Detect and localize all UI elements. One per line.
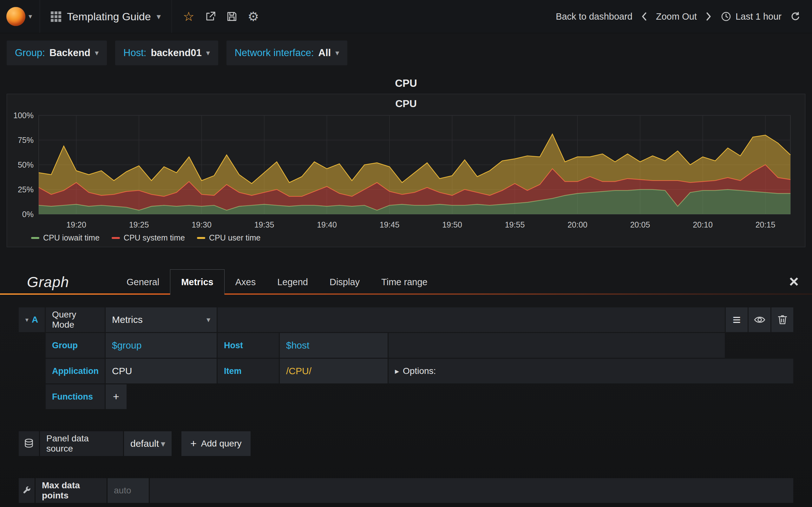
legend-label: CPU system time xyxy=(124,233,185,242)
refresh-icon xyxy=(790,11,801,22)
navbar-right: Back to dashboard Zoom Out Last 1 hour xyxy=(556,0,812,33)
chevron-down-icon xyxy=(26,316,29,324)
variable-label: Group: xyxy=(15,47,45,59)
svg-text:50%: 50% xyxy=(18,160,34,169)
add-query-button[interactable]: Add query xyxy=(182,431,251,456)
item-label: Item xyxy=(217,359,279,383)
host-label: Host xyxy=(217,333,279,358)
svg-text:19:50: 19:50 xyxy=(442,220,462,229)
template-variables-row: Group:BackendHost:backend01Network inter… xyxy=(0,33,812,72)
graph-title: CPU xyxy=(7,98,805,110)
time-picker-button[interactable]: Last 1 hour xyxy=(720,11,781,22)
options-toggle[interactable]: Options: xyxy=(389,359,793,383)
svg-text:0%: 0% xyxy=(22,210,34,219)
close-editor-button[interactable] xyxy=(789,269,799,293)
host-input[interactable]: $host xyxy=(280,333,388,358)
tab-axes[interactable]: Axes xyxy=(224,269,266,295)
datasource-value: default xyxy=(131,438,159,449)
star-button[interactable] xyxy=(180,8,197,25)
query-mode-value: Metrics xyxy=(112,314,143,325)
options-label: Options: xyxy=(403,366,436,376)
database-icon xyxy=(23,438,35,449)
eye-icon xyxy=(753,314,766,326)
chevron-down-icon xyxy=(206,315,210,324)
menu-icon xyxy=(733,313,741,327)
wrench-icon-cell xyxy=(19,478,35,503)
chevron-left-icon xyxy=(641,11,648,22)
legend-swatch xyxy=(197,237,205,239)
row-indent xyxy=(19,359,46,383)
time-range-label: Last 1 hour xyxy=(735,11,781,22)
legend-item-cpu-user-time[interactable]: CPU user time xyxy=(197,233,261,242)
add-query-label: Add query xyxy=(201,439,242,449)
row-indent xyxy=(19,384,46,409)
query-menu-button[interactable] xyxy=(726,307,748,332)
svg-text:25%: 25% xyxy=(18,185,34,194)
variable-label: Network interface: xyxy=(235,47,314,59)
query-ref-id: A xyxy=(32,315,38,325)
time-shift-right-button[interactable] xyxy=(705,11,712,22)
editor-tabs: GeneralMetricsAxesLegendDisplayTime rang… xyxy=(116,269,438,295)
item-value: /CPU/ xyxy=(286,366,311,377)
application-input[interactable]: CPU xyxy=(106,359,217,383)
tab-general[interactable]: General xyxy=(116,269,170,295)
variable-group[interactable]: Group:Backend xyxy=(7,41,107,65)
dashboard-picker[interactable]: Templating Guide xyxy=(40,0,172,33)
svg-text:19:40: 19:40 xyxy=(317,220,337,229)
settings-button[interactable] xyxy=(245,8,262,25)
variable-value: All xyxy=(318,47,331,59)
query-row-functions: Functions xyxy=(19,384,793,409)
query-mode-select[interactable]: Metrics xyxy=(106,307,217,332)
legend-swatch xyxy=(112,237,120,239)
dashboard-title: Templating Guide xyxy=(67,10,151,23)
item-input[interactable]: /CPU/ xyxy=(280,359,388,383)
group-input[interactable]: $group xyxy=(106,333,217,358)
zoom-out-button[interactable]: Zoom Out xyxy=(656,11,697,22)
query-toggle-visibility-button[interactable] xyxy=(749,307,770,332)
time-shift-left-button[interactable] xyxy=(641,11,648,22)
svg-text:19:25: 19:25 xyxy=(129,220,149,229)
query-row-application-item: Application CPU Item /CPU/ Options: xyxy=(19,359,793,383)
tab-display[interactable]: Display xyxy=(319,269,370,295)
chevron-down-icon xyxy=(161,439,165,449)
variable-network-interface[interactable]: Network interface:All xyxy=(226,41,348,65)
query-delete-button[interactable] xyxy=(771,307,793,332)
legend-item-cpu-iowait-time[interactable]: CPU iowait time xyxy=(31,233,100,242)
datasource-select[interactable]: default xyxy=(124,431,171,456)
svg-text:19:30: 19:30 xyxy=(192,220,212,229)
back-to-dashboard-button[interactable]: Back to dashboard xyxy=(556,11,632,22)
svg-text:20:15: 20:15 xyxy=(756,220,775,229)
max-data-points-label: Max data points xyxy=(36,478,107,503)
grafana-logo-icon xyxy=(6,7,26,26)
legend-item-cpu-system-time[interactable]: CPU system time xyxy=(112,233,185,242)
refresh-button[interactable] xyxy=(790,11,801,22)
tab-metrics[interactable]: Metrics xyxy=(170,269,224,295)
datasource-row: Panel data source default Add query xyxy=(19,431,793,456)
navbar: Templating Guide Back to dashboard Zoom … xyxy=(0,0,812,33)
graph-legend: CPU iowait timeCPU system timeCPU user t… xyxy=(31,233,805,242)
share-button[interactable] xyxy=(202,8,219,25)
datasource-icon-cell xyxy=(19,431,39,456)
legend-label: CPU iowait time xyxy=(43,233,100,242)
variable-host[interactable]: Host:backend01 xyxy=(115,41,218,65)
chevron-right-icon xyxy=(705,11,712,22)
query-collapse-button[interactable]: A xyxy=(19,307,45,332)
legend-label: CPU user time xyxy=(209,233,261,242)
save-button[interactable] xyxy=(223,8,241,25)
graph-panel: CPU 0%25%50%75%100%19:2019:2519:3019:351… xyxy=(7,94,805,247)
tab-time-range[interactable]: Time range xyxy=(370,269,438,295)
group-value: $group xyxy=(112,340,142,351)
application-value: CPU xyxy=(112,366,132,377)
svg-text:75%: 75% xyxy=(18,135,34,145)
svg-text:20:05: 20:05 xyxy=(630,220,650,229)
cpu-graph[interactable]: 0%25%50%75%100%19:2019:2519:3019:3519:40… xyxy=(7,112,805,232)
variable-value: backend01 xyxy=(151,47,201,59)
navbar-actions xyxy=(172,0,265,33)
close-icon xyxy=(789,273,799,290)
grafana-menu-button[interactable] xyxy=(0,0,40,33)
chevron-down-icon xyxy=(157,12,161,21)
add-function-button[interactable] xyxy=(106,384,126,409)
functions-label: Functions xyxy=(46,384,105,409)
max-data-points-input[interactable] xyxy=(107,478,149,503)
tab-legend[interactable]: Legend xyxy=(266,269,319,295)
